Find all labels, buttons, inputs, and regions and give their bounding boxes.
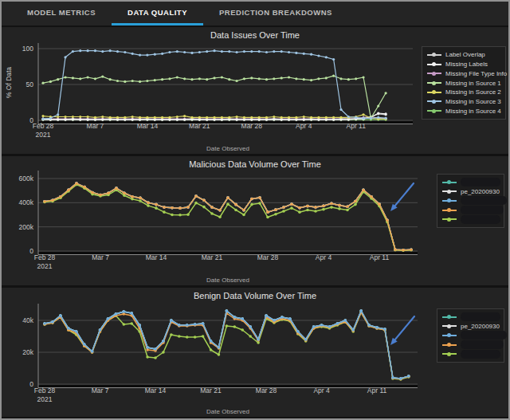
x-tick-label: Mar 14 (145, 387, 167, 394)
legend-label: Label Overlap (445, 51, 485, 58)
legend-marker (442, 316, 457, 318)
x-tick-label: Mar 21 (200, 387, 222, 394)
x-tick-year-label: 2021 (37, 395, 53, 403)
y-axis-label: % Of Data (5, 67, 13, 98)
legend-label-redacted (461, 312, 500, 321)
series-line (45, 311, 409, 379)
x-tick-label: Apr 4 (316, 253, 332, 261)
tab-bar: MODEL METRICS DATA QUALITY PREDICTION BR… (2, 2, 508, 26)
legend-item[interactable]: Missing in Source 4 (427, 106, 500, 116)
legend-marker (427, 100, 441, 102)
y-tick-label: 40k (22, 316, 33, 324)
legend-item[interactable] (442, 349, 499, 359)
legend-item[interactable] (442, 214, 499, 224)
x-axis-label: Date Observed (38, 408, 418, 415)
x-axis-label: Date Observed (38, 145, 418, 152)
legend-item[interactable]: Missing in Source 3 (427, 97, 500, 107)
x-tick-label: Mar 7 (92, 253, 109, 261)
series-line (45, 183, 411, 250)
x-tick-label: Mar 14 (137, 122, 159, 130)
y-tick-label: 200k (19, 223, 34, 231)
tab-data-quality[interactable]: DATA QUALITY (112, 2, 203, 26)
y-tick-label: 50 (26, 80, 34, 88)
y-tick-label: 400k (19, 198, 34, 206)
legend-label: Missing in Source 2 (445, 88, 501, 96)
legend-label: Missing in Source 3 (445, 98, 501, 105)
tab-prediction-breakdowns[interactable]: PREDICTION BREAKDOWNS (203, 2, 348, 26)
legend-item[interactable] (442, 206, 499, 215)
y-tick-label: 20k (22, 348, 33, 356)
y-tick-label: 0 (29, 380, 33, 388)
x-tick-label: Mar 7 (92, 387, 109, 394)
series-line (45, 312, 409, 379)
benign-volume-chart[interactable]: 020k40kFeb 28Mar 7Mar 14Mar 21Mar 28Apr … (2, 288, 508, 417)
malicious-volume-chart[interactable]: 0200k400k600kFeb 28Mar 7Mar 14Mar 21Mar … (2, 156, 508, 285)
tab-model-metrics[interactable]: MODEL METRICS (11, 2, 112, 26)
x-axis-label: Date Observed (38, 277, 418, 284)
legend-item[interactable] (442, 331, 499, 340)
series-line (45, 183, 411, 250)
chart-title: Benign Data Volume Over Time (2, 291, 508, 300)
x-tick-label: Apr 4 (313, 387, 330, 394)
legend-marker (442, 200, 457, 202)
legend-marker (427, 92, 441, 93)
legend-item[interactable] (442, 196, 499, 206)
x-tick-label: Apr 11 (346, 122, 366, 130)
x-tick-label: Apr 11 (370, 253, 390, 261)
legend-item[interactable]: pe_20200930 (442, 187, 499, 197)
legend-item[interactable] (442, 178, 499, 187)
legend-marker (442, 325, 457, 327)
legend-label: Missing in Source 4 (445, 108, 501, 115)
legend-malicious-volume: pe_20200930 (437, 174, 504, 228)
legend-marker (427, 54, 441, 56)
legend-item[interactable] (442, 312, 499, 322)
series-line (45, 183, 411, 250)
series-line (45, 311, 409, 379)
x-tick-label: Apr 11 (367, 387, 387, 394)
x-tick-label: Mar 28 (256, 387, 277, 394)
legend-label: Missing File Type Info (445, 70, 507, 77)
x-tick-label: Mar 21 (189, 122, 210, 130)
legend-marker (442, 344, 457, 346)
legend-label-redacted (461, 331, 507, 340)
legend-label-redacted (461, 350, 500, 359)
y-tick-label: 0 (29, 247, 33, 255)
legend-item[interactable]: Missing in Source 2 (427, 88, 500, 97)
annotation-arrow (394, 183, 414, 207)
panel-malicious-volume: 0200k400k600kFeb 28Mar 7Mar 14Mar 21Mar … (2, 156, 508, 285)
legend-item[interactable]: pe_20200930 (442, 322, 499, 332)
legend-item[interactable]: Missing Labels (427, 60, 500, 69)
legend-data-issues: Label OverlapMissing LabelsMissing File … (422, 46, 506, 120)
x-tick-label: Mar 7 (87, 122, 104, 130)
legend-label-redacted (461, 196, 507, 205)
series-line (45, 183, 411, 250)
legend-marker (442, 353, 457, 355)
legend-marker (442, 210, 457, 211)
legend-item[interactable] (442, 340, 499, 350)
x-tick-year-label: 2021 (37, 262, 53, 270)
x-tick-year-label: 2021 (36, 131, 51, 139)
legend-item[interactable]: Label Overlap (427, 50, 500, 60)
legend-label-redacted (461, 206, 504, 214)
series-line (45, 311, 409, 379)
legend-benign-volume: pe_20200930 (437, 308, 504, 363)
legend-item[interactable]: Missing File Type Info (427, 69, 500, 78)
legend-item[interactable]: Missing in Source 1 (427, 78, 500, 88)
x-tick-label: Feb 28 (34, 253, 56, 261)
legend-marker (442, 182, 457, 183)
y-tick-label: 100 (22, 45, 33, 53)
x-tick-label: Feb 28 (34, 387, 56, 394)
x-tick-label: Mar 21 (202, 253, 223, 261)
legend-label-redacted (461, 178, 500, 186)
legend-marker (442, 218, 457, 220)
panel-data-issues: 050100Feb 28Mar 7Mar 14Mar 21Mar 28Apr 4… (2, 27, 508, 154)
x-tick-label: Mar 28 (241, 122, 263, 130)
legend-marker (442, 335, 457, 336)
x-tick-label: Feb 28 (33, 122, 54, 130)
chart-title: Data Issues Over Time (2, 30, 508, 40)
legend-marker (427, 64, 441, 65)
legend-marker (427, 73, 441, 74)
dashboard-window: MODEL METRICS DATA QUALITY PREDICTION BR… (0, 0, 510, 420)
legend-label-redacted (461, 215, 500, 224)
legend-label: pe_20200930 (461, 323, 500, 330)
